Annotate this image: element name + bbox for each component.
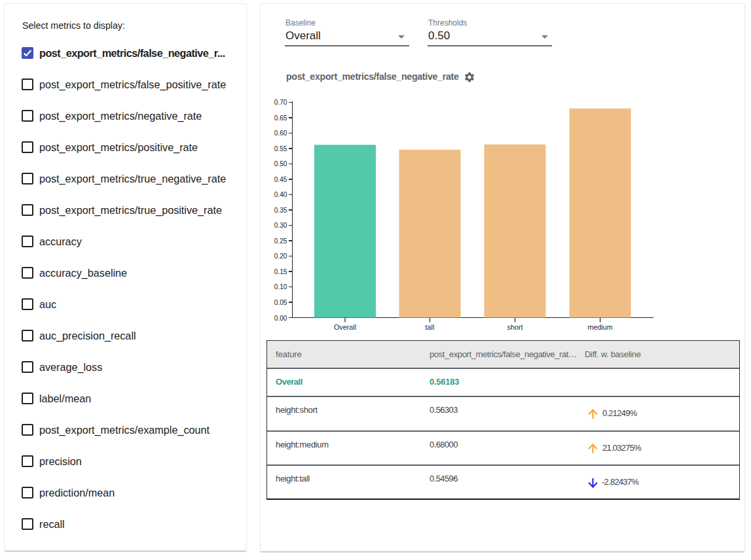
svg-text:0.35: 0.35: [274, 207, 287, 214]
svg-text:0.15: 0.15: [274, 268, 287, 275]
svg-text:0.50: 0.50: [274, 160, 287, 167]
svg-text:0.10: 0.10: [274, 283, 287, 290]
svg-text:0.20: 0.20: [274, 253, 287, 260]
svg-text:0.70: 0.70: [274, 99, 287, 106]
svg-text:0.30: 0.30: [274, 222, 287, 229]
svg-text:0.45: 0.45: [274, 176, 287, 183]
svg-text:0.65: 0.65: [274, 114, 287, 122]
svg-text:medium: medium: [587, 323, 612, 331]
svg-text:tall: tall: [426, 323, 435, 331]
svg-text:short: short: [507, 323, 522, 331]
svg-text:0.55: 0.55: [274, 145, 287, 152]
svg-text:0.25: 0.25: [274, 237, 287, 245]
svg-text:0.05: 0.05: [274, 299, 287, 306]
svg-text:0.60: 0.60: [274, 130, 287, 137]
svg-text:0.40: 0.40: [274, 191, 287, 198]
svg-text:0.00: 0.00: [274, 315, 287, 322]
svg-text:Overall: Overall: [334, 323, 356, 331]
